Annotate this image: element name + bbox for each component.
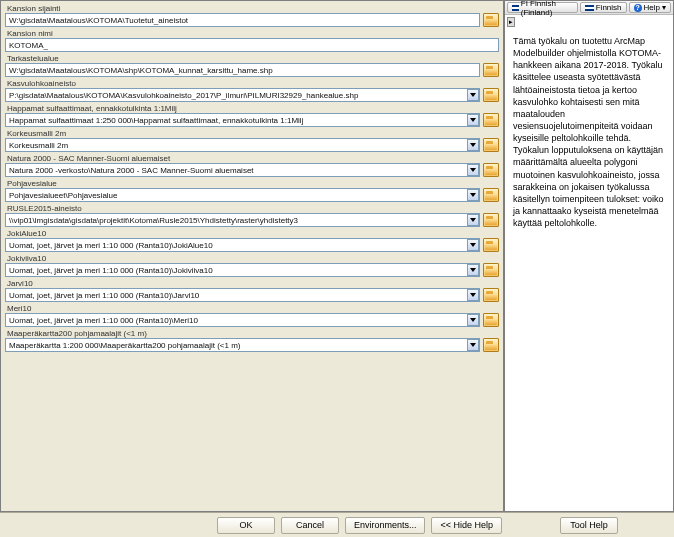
label-tarkastelualue: Tarkastelualue <box>5 53 499 63</box>
label-kansion-sijainti: Kansion sijainti <box>5 3 499 13</box>
ok-button[interactable]: OK <box>217 517 275 534</box>
input-meri10[interactable] <box>5 313 480 327</box>
input-jarvi10[interactable] <box>5 288 480 302</box>
dropdown-arrow-icon[interactable] <box>467 289 479 301</box>
dropdown-arrow-icon[interactable] <box>467 164 479 176</box>
browse-button[interactable] <box>483 113 499 127</box>
label-pohjavesialue: Pohjavesialue <box>5 178 499 188</box>
dropdown-arrow-icon[interactable] <box>467 139 479 151</box>
browse-button[interactable] <box>483 138 499 152</box>
input-maaperakartta[interactable] <box>5 338 480 352</box>
input-sulfaattimaat[interactable] <box>5 113 480 127</box>
label-natura2000: Natura 2000 - SAC Manner-Suomi aluemaise… <box>5 153 499 163</box>
browse-button[interactable] <box>483 163 499 177</box>
input-kansion-nimi[interactable] <box>5 38 499 52</box>
browse-button[interactable] <box>483 238 499 252</box>
input-rusle2015[interactable] <box>5 213 480 227</box>
browse-button[interactable] <box>483 88 499 102</box>
help-label: Help <box>644 3 660 12</box>
input-jokialue10[interactable] <box>5 238 480 252</box>
help-toolbar: FI Finnish (Finland) Finnish ?Help▾ <box>505 1 673 15</box>
flag-icon <box>585 5 594 11</box>
dropdown-arrow-icon[interactable] <box>467 239 479 251</box>
label-jarvi10: Jarvi10 <box>5 278 499 288</box>
language-button[interactable]: FI Finnish (Finland) <box>507 2 578 13</box>
hide-help-button[interactable]: << Hide Help <box>431 517 502 534</box>
label-sulfaattimaat: Happamat sulfaattimaat, ennakkotulkinta … <box>5 103 499 113</box>
input-kansion-sijainti[interactable] <box>5 13 480 27</box>
finnish-button[interactable]: Finnish <box>580 2 627 13</box>
browse-button[interactable] <box>483 13 499 27</box>
chevron-down-icon: ▾ <box>662 3 666 12</box>
footer-bar: OK Cancel Environments... << Hide Help T… <box>0 512 674 537</box>
dropdown-arrow-icon[interactable] <box>467 339 479 351</box>
label-meri10: Meri10 <box>5 303 499 313</box>
browse-button[interactable] <box>483 338 499 352</box>
browse-button[interactable] <box>483 188 499 202</box>
dropdown-arrow-icon[interactable] <box>467 189 479 201</box>
dropdown-arrow-icon[interactable] <box>467 214 479 226</box>
tool-help-button[interactable]: Tool Help <box>560 517 618 534</box>
browse-button[interactable] <box>483 313 499 327</box>
flag-icon <box>512 5 519 11</box>
language-label: FI Finnish (Finland) <box>521 0 573 17</box>
dropdown-arrow-icon[interactable] <box>467 314 479 326</box>
input-pohjavesialue[interactable] <box>5 188 480 202</box>
input-korkeusmalli[interactable] <box>5 138 480 152</box>
input-jokiviiva10[interactable] <box>5 263 480 277</box>
help-panel: FI Finnish (Finland) Finnish ?Help▾ ▸ Tä… <box>504 0 674 512</box>
help-icon: ? <box>634 4 642 12</box>
environments-button[interactable]: Environments... <box>345 517 426 534</box>
label-jokialue10: JokiAlue10 <box>5 228 499 238</box>
label-korkeusmalli: Korkeusmalli 2m <box>5 128 499 138</box>
browse-button[interactable] <box>483 288 499 302</box>
collapse-toggle[interactable]: ▸ <box>507 17 515 27</box>
dropdown-arrow-icon[interactable] <box>467 264 479 276</box>
help-dropdown-button[interactable]: ?Help▾ <box>629 2 671 13</box>
dropdown-arrow-icon[interactable] <box>467 114 479 126</box>
label-kansion-nimi: Kansion nimi <box>5 28 499 38</box>
dropdown-arrow-icon[interactable] <box>467 89 479 101</box>
input-tarkastelualue[interactable] <box>5 63 480 77</box>
browse-button[interactable] <box>483 63 499 77</box>
input-kasvulohkoaineisto[interactable] <box>5 88 480 102</box>
input-natura2000[interactable] <box>5 163 480 177</box>
browse-button[interactable] <box>483 263 499 277</box>
label-kasvulohkoaineisto: Kasvulohkoaineisto <box>5 78 499 88</box>
label-rusle2015: RUSLE2015-aineisto <box>5 203 499 213</box>
browse-button[interactable] <box>483 213 499 227</box>
finnish-label: Finnish <box>596 3 622 12</box>
cancel-button[interactable]: Cancel <box>281 517 339 534</box>
help-text: Tämä työkalu on tuotettu ArcMap Modelbui… <box>505 29 673 511</box>
label-jokiviiva10: Jokiviiva10 <box>5 253 499 263</box>
label-maaperakartta: Maaperäkartta200 pohjamaalajit (<1 m) <box>5 328 499 338</box>
parameters-panel: Kansion sijainti Kansion nimi Tarkastelu… <box>0 0 504 512</box>
